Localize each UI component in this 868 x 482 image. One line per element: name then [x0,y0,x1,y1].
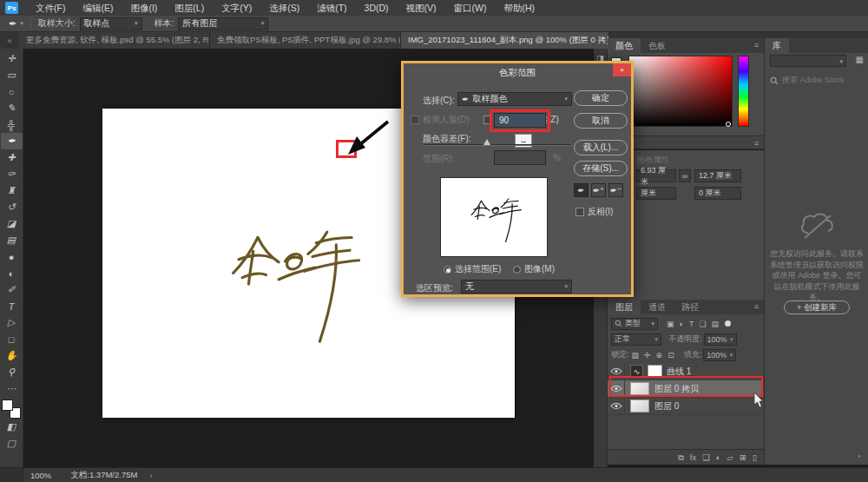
height-field[interactable]: 12.7 厘米 [694,169,741,182]
lock-position-icon[interactable]: ⊕ [656,351,663,360]
fill-field[interactable]: 100%▾ [703,349,736,361]
menu-select[interactable]: 选择(S) [260,0,308,16]
chevron-down-icon[interactable]: ▾ [20,20,23,27]
new-layer-icon[interactable]: ⊞ [740,452,746,462]
adjustment-layer-icon[interactable]: ◐ [716,452,721,462]
eyedropper-tool[interactable]: ✒ [1,133,23,149]
menu-type[interactable]: 文字(Y) [213,0,260,16]
blur-tool[interactable]: ● [1,248,23,265]
zoom-level[interactable]: 100% [30,471,51,480]
lock-transparent-icon[interactable]: ▨ [632,351,640,360]
create-library-button[interactable]: + 创建新库 [784,300,850,314]
layer-thumbnail[interactable] [630,399,649,413]
zoom-tool[interactable]: ⚲ [1,364,23,380]
save-button[interactable]: 存储(S)... [574,161,628,176]
menu-window[interactable]: 窗口(W) [445,0,496,16]
filter-type-icon[interactable]: T [689,320,694,328]
panel-menu-icon[interactable]: ≡ [749,300,764,314]
filter-toggle[interactable] [725,320,731,327]
filter-adjustment-icon[interactable]: ◐ [680,320,684,328]
quick-selection-tool[interactable]: ✎ [1,100,23,116]
eraser-tool[interactable]: ◪ [1,215,23,232]
layer-name[interactable]: 图层 0 [654,400,679,413]
layer-row-layer0[interactable]: 图层 0 [608,398,763,415]
slider-thumb[interactable] [483,139,490,145]
dodge-tool[interactable]: ◐ [1,265,23,281]
link-icon[interactable]: ∞ [679,169,691,182]
lock-all-icon[interactable]: ⊡ [667,351,674,360]
screen-mode-button[interactable]: ▢ [1,435,23,452]
tab-swatches[interactable]: 色板 [641,38,674,53]
menu-edit[interactable]: 编辑(E) [74,0,122,16]
invert-checkbox[interactable]: 反相(I) [575,206,613,218]
path-selection-tool[interactable]: ▷ [1,314,23,331]
grid-view-icon[interactable]: ▦ [856,55,864,64]
filter-smartobject-icon[interactable]: ▤ [712,320,720,328]
delete-layer-icon[interactable]: ▯ [753,452,757,462]
clone-stamp-tool[interactable]: ♜ [1,182,23,199]
foreground-color-swatch[interactable] [2,399,13,411]
filter-shape-icon[interactable]: ❏ [699,320,706,328]
library-select-dropdown[interactable]: ▾ [770,55,846,67]
dialog-title[interactable]: 色彩范围 [404,63,631,81]
library-search-input[interactable]: 搜索 Adobe Stock [770,75,864,86]
panel-menu-icon[interactable]: ≡ [749,136,764,149]
ok-button[interactable]: 确定 [574,90,628,106]
radio-image[interactable]: 图像(M) [513,263,555,275]
new-group-icon[interactable]: ▱ [727,452,733,462]
filter-pixel-icon[interactable]: ▣ [667,320,674,328]
menu-filter[interactable]: 滤镜(T) [308,0,355,16]
filter-type-dropdown[interactable]: 类型 ▾ [611,318,658,330]
shape-tool[interactable]: □ [1,331,23,347]
hand-tool[interactable]: ✋ [1,347,23,364]
healing-brush-tool[interactable]: ✚ [1,149,23,166]
move-tool[interactable]: ✛ [1,50,23,67]
eyedropper-subtract-button[interactable]: ✒⁻ [608,183,623,197]
document-tab-1[interactable]: 更多免费资源, 软件, 模板.psd @ 55.5% (图层 2, RG... … [19,32,210,49]
eyedropper-sample-button[interactable]: ✒ [574,183,589,197]
color-gradient-field[interactable] [628,56,733,127]
pen-tool[interactable]: ✐ [1,281,23,298]
lock-pixels-icon[interactable]: ✛ [644,351,651,360]
width-field[interactable]: 6.93 厘米 [636,169,676,182]
panel-menu-icon[interactable]: ≡ [749,38,764,53]
offset-field[interactable]: 0 厘米 [694,187,741,200]
color-marker[interactable] [726,122,731,127]
link-layers-icon[interactable]: ⧉ [678,452,684,463]
history-brush-tool[interactable]: ↺ [1,199,23,215]
opacity-field[interactable]: 100%▾ [704,333,737,346]
type-tool[interactable]: T [1,298,23,314]
eyedropper-add-button[interactable]: ✒⁺ [591,183,606,197]
menu-view[interactable]: 视图(V) [398,0,445,16]
visibility-toggle[interactable] [608,398,625,414]
tab-channels[interactable]: 通道 [641,300,674,314]
tab-libraries[interactable]: 库 [765,38,789,53]
menu-layer[interactable]: 图层(L) [166,0,213,16]
add-mask-icon[interactable]: ❏ [702,452,710,462]
selection-preview-dropdown[interactable]: 无 ▾ [461,280,572,294]
blend-mode-dropdown[interactable]: 正常 ▾ [611,333,661,346]
layer-style-icon[interactable]: fx [690,452,696,462]
radio-selection[interactable]: 选择范围(E) [444,263,501,275]
sample-size-dropdown[interactable]: 取样点 ▾ [80,17,142,30]
marquee-tool[interactable]: ▭ [1,67,23,83]
tab-layers[interactable]: 图层 [608,300,641,314]
menu-help[interactable]: 帮助(H) [496,0,544,16]
lasso-tool[interactable]: ○ [1,83,23,100]
brush-tool[interactable]: ✑ [1,166,23,182]
document-tab-2[interactable]: 免费领取PS模板, PS插件, PPT模板.jpg @ 29.8% (色... … [210,32,401,49]
cancel-button[interactable]: 取消 [574,113,628,129]
hue-slider[interactable] [738,56,749,127]
quick-mask-button[interactable]: ◧ [1,419,23,435]
unit-field[interactable]: 厘米 [636,187,676,200]
crop-tool[interactable]: ╬ [1,116,23,133]
collapse-icon[interactable]: « [0,32,19,49]
document-tab-active[interactable]: IMG_20171023_111604_副本.png @ 100% (图层 0 … [401,32,609,49]
edit-toolbar-button[interactable]: ⋯ [1,380,23,397]
select-dropdown[interactable]: ✒ 取样颜色 ▾ [457,92,572,106]
chevron-right-icon[interactable]: › [149,471,152,480]
color-swatches[interactable] [2,399,21,419]
menu-image[interactable]: 图像(I) [122,0,166,16]
tab-color[interactable]: 颜色 [608,38,641,53]
load-button[interactable]: 载入(L)... [574,140,628,155]
